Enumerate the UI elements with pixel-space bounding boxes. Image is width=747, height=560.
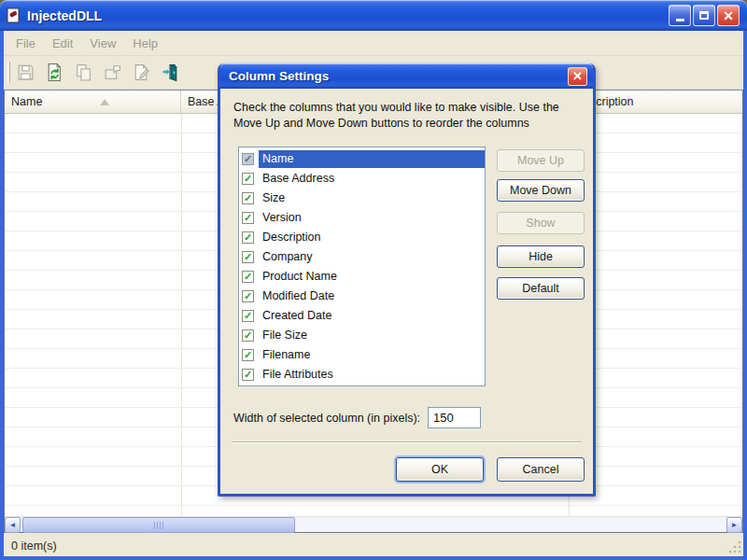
- copy-icon: [74, 63, 93, 82]
- scrollbar-track[interactable]: [21, 517, 726, 532]
- toolbar-gripper[interactable]: [7, 62, 10, 83]
- cancel-button[interactable]: Cancel: [497, 457, 585, 482]
- checkbox-checked-icon[interactable]: ✓: [242, 349, 254, 361]
- show-button[interactable]: Show: [497, 212, 585, 234]
- save-button[interactable]: [13, 61, 37, 85]
- checkbox-checked-icon[interactable]: ✓: [242, 192, 254, 204]
- column-list-item[interactable]: ✓ Name: [239, 149, 485, 169]
- separator: [232, 441, 582, 443]
- column-list-item[interactable]: ✓ File Size: [239, 326, 485, 345]
- report-button[interactable]: [129, 61, 153, 85]
- copy-button[interactable]: [71, 61, 95, 85]
- close-icon: ✕: [723, 9, 734, 22]
- checkbox-checked-icon[interactable]: ✓: [242, 212, 254, 224]
- status-text: 0 item(s): [11, 539, 57, 553]
- scrollbar-grip-icon: [154, 522, 164, 529]
- dialog-instruction: Check the columns that you would like to…: [233, 100, 586, 132]
- dialog-close-button[interactable]: ✕: [568, 67, 587, 86]
- scrollbar-thumb[interactable]: [22, 517, 295, 533]
- hide-button[interactable]: Hide: [497, 245, 585, 268]
- scroll-right-arrow[interactable]: ►: [726, 517, 742, 533]
- properties-icon: [103, 63, 122, 82]
- menu-help[interactable]: Help: [124, 34, 166, 53]
- column-list-item[interactable]: ✓ Company: [239, 247, 485, 267]
- titlebar[interactable]: InjectedDLL ✕: [0, 0, 747, 31]
- window-title: InjectedDLL: [27, 8, 669, 23]
- dialog-titlebar[interactable]: Column Settings ✕: [220, 63, 593, 89]
- close-icon: ✕: [572, 70, 583, 82]
- status-bar: 0 item(s): [4, 535, 743, 556]
- width-label: Width of selected column (in pixels):: [233, 412, 420, 425]
- checkbox-checked-icon[interactable]: ✓: [242, 369, 254, 381]
- column-list-item[interactable]: ✓ Base Address: [239, 169, 485, 189]
- save-icon: [16, 63, 35, 82]
- dialog-body: Check the columns that you would like to…: [220, 89, 593, 491]
- column-list-item[interactable]: ✓ Description: [239, 228, 485, 247]
- scroll-left-arrow[interactable]: ◄: [5, 517, 21, 533]
- checkbox-checked-icon[interactable]: ✓: [242, 329, 254, 342]
- column-list-item[interactable]: ✓ Filename: [239, 345, 485, 365]
- checkbox-checked-icon[interactable]: ✓: [242, 271, 254, 283]
- column-list-item[interactable]: ✓ Modified Date: [239, 287, 485, 306]
- grid-line: [181, 114, 182, 516]
- column-list-item[interactable]: ✓ Created Date: [239, 306, 485, 326]
- minimize-button[interactable]: [669, 5, 691, 26]
- report-icon: [132, 63, 151, 82]
- default-button[interactable]: Default: [497, 277, 585, 300]
- checkbox-checked-icon[interactable]: ✓: [242, 310, 254, 322]
- refresh-icon: [45, 63, 64, 82]
- resize-grip[interactable]: [729, 541, 741, 553]
- move-down-button[interactable]: Move Down: [497, 179, 585, 202]
- checkbox-checked-icon[interactable]: ✓: [242, 153, 254, 165]
- maximize-button[interactable]: [693, 5, 715, 26]
- checkbox-checked-icon[interactable]: ✓: [242, 173, 254, 185]
- checkbox-checked-icon[interactable]: ✓: [242, 290, 254, 302]
- columns-listbox[interactable]: ✓ Name ✓ Base Address ✓ Size ✓ Version ✓: [238, 147, 486, 386]
- menu-bar: File Edit View Help: [4, 31, 743, 56]
- sort-ascending-icon: [100, 99, 109, 105]
- minimize-icon: [676, 19, 684, 21]
- properties-button[interactable]: [100, 61, 124, 85]
- maximize-icon: [699, 11, 709, 20]
- width-input[interactable]: [428, 407, 481, 428]
- ok-button[interactable]: OK: [396, 457, 484, 482]
- column-list-item[interactable]: ✓ File Attributes: [239, 365, 485, 385]
- exit-icon: [161, 63, 180, 82]
- menu-file[interactable]: File: [7, 34, 44, 53]
- column-list-item[interactable]: ✓ Product Name: [239, 267, 485, 287]
- column-settings-dialog: Column Settings ✕ Check the columns that…: [218, 63, 596, 497]
- column-list-item[interactable]: ✓ Version: [239, 208, 485, 228]
- checkbox-checked-icon[interactable]: ✓: [242, 231, 254, 244]
- app-window: InjectedDLL ✕ File Edit View Help: [0, 0, 747, 560]
- checkbox-checked-icon[interactable]: ✓: [242, 251, 254, 263]
- column-header-name[interactable]: Name: [5, 91, 181, 113]
- menu-edit[interactable]: Edit: [44, 34, 81, 53]
- app-icon: [6, 7, 21, 23]
- exit-button[interactable]: [158, 61, 182, 85]
- column-list-item[interactable]: ✓ Size: [239, 189, 485, 208]
- refresh-button[interactable]: [42, 61, 66, 85]
- menu-view[interactable]: View: [81, 34, 124, 53]
- close-button[interactable]: ✕: [717, 5, 740, 26]
- move-up-button[interactable]: Move Up: [497, 149, 585, 172]
- horizontal-scrollbar[interactable]: ◄ ►: [5, 516, 742, 532]
- dialog-title: Column Settings: [229, 69, 568, 83]
